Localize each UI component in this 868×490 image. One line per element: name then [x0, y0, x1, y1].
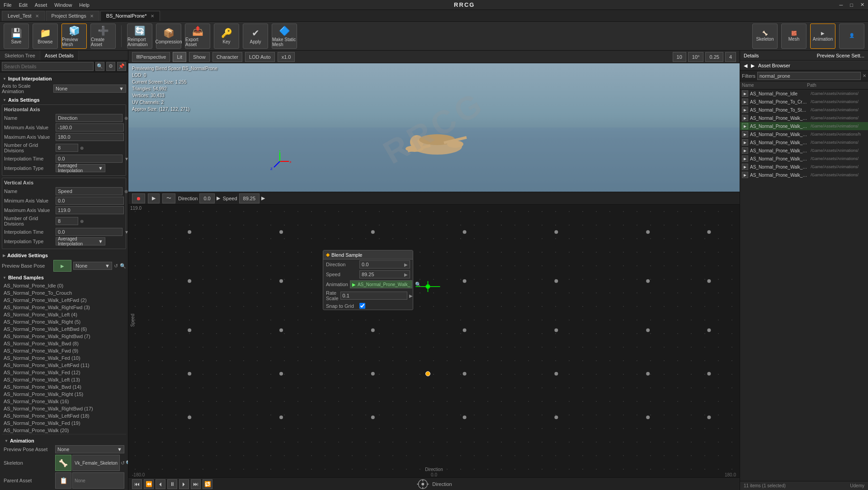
udemy-link[interactable]: Udemy: [850, 483, 864, 488]
tl-play-btn[interactable]: ▶: [148, 193, 160, 203]
skip-start-button[interactable]: ⏮: [132, 479, 142, 489]
make-static-mesh-button[interactable]: 🔷 Make Static Mesh: [272, 24, 297, 49]
nav-back-icon[interactable]: ◀: [744, 63, 747, 69]
tab-project-settings-close[interactable]: ✕: [90, 14, 94, 19]
blend-sample-6[interactable]: AS_Normal_Prone_Walk_LeftBwd (6): [2, 325, 126, 333]
search-button[interactable]: 🔍: [95, 62, 104, 71]
tl-record-btn[interactable]: ⏺: [132, 193, 145, 203]
blend-sample-10[interactable]: AS_Normal_Prone_Walk_Fed (10): [2, 354, 126, 362]
blend-sample-2[interactable]: AS_Normal_Prone_Walk_LeftFwd (2): [2, 297, 126, 304]
pause-button[interactable]: ⏸: [167, 479, 177, 489]
blend-sample-18[interactable]: AS_Normal_Prone_Walk_LeftFwd (18): [2, 412, 126, 419]
asset-item-8[interactable]: ▶ AS_Normal_Prone_Walk_Right /Game/Asset…: [740, 155, 868, 163]
search-input[interactable]: [2, 62, 94, 71]
skip-end-button[interactable]: ⏭: [191, 479, 201, 489]
preview-base-pose-dropdown[interactable]: None ▼: [73, 262, 112, 270]
asset-item-0[interactable]: ▶ AS_Normal_Prone_Idle /Game/Assets/Anim…: [740, 90, 868, 98]
blend-sample-17[interactable]: AS_Normal_Prone_Walk_RightBwd (17): [2, 405, 126, 412]
browse-button[interactable]: 📁 Browse: [33, 24, 58, 49]
tab-level-test[interactable]: Level_Test ✕: [2, 11, 45, 21]
v-max-input[interactable]: [56, 206, 124, 214]
h-name-input[interactable]: [56, 114, 123, 122]
h-interp-time-spin[interactable]: ▼: [124, 156, 128, 161]
compression-button[interactable]: 📦 Compression: [156, 24, 181, 49]
blend-sample-20[interactable]: AS_Normal_Prone_Walk (20): [2, 427, 126, 434]
filter-close-icon[interactable]: ✕: [863, 73, 866, 78]
asset-item-10[interactable]: ▶ AS_Normal_Prone_Walk_RightFwd /Game/As…: [740, 171, 868, 179]
preview-pose-dropdown[interactable]: None ▼: [55, 445, 124, 453]
pin-button[interactable]: 📌: [117, 62, 126, 71]
show-btn[interactable]: Show: [189, 52, 210, 62]
lod-btn[interactable]: LOD Auto: [245, 52, 275, 62]
asset-item-1[interactable]: ▶ AS_Normal_Prone_To_Crouch /Game/Assets…: [740, 98, 868, 106]
timeline-area[interactable]: 119.0 Speed Direction -180.0 0.0 180.0: [128, 205, 740, 477]
menu-edit[interactable]: Edit: [19, 2, 28, 8]
blend-sample-19[interactable]: AS_Normal_Prone_Walk_Fed (19): [2, 419, 126, 427]
axis-settings-header[interactable]: Axis Settings: [2, 95, 126, 104]
tab-bs-close[interactable]: ✕: [151, 14, 154, 19]
browse-skeleton-icon[interactable]: 🔍: [126, 460, 128, 466]
v-interp-time-input[interactable]: [56, 228, 123, 236]
perspective-btn[interactable]: ⊞ Perspective: [132, 52, 170, 62]
h-interp-time-input[interactable]: [56, 155, 123, 163]
v-min-input[interactable]: [56, 197, 124, 205]
input-interp-header[interactable]: Input Interpolation: [2, 74, 126, 83]
character-btn[interactable]: Character: [212, 52, 242, 62]
filter-input[interactable]: [757, 72, 861, 80]
blend-sample-15[interactable]: AS_Normal_Prone_Walk_Right (15): [2, 391, 126, 398]
asset-item-2[interactable]: ▶ AS_Normal_Prone_To_Stand /Game/Assets/…: [740, 106, 868, 114]
scale-btn[interactable]: x1.0: [278, 52, 295, 62]
tab-level-test-close[interactable]: ✕: [35, 14, 39, 19]
skeleton-tree-tab[interactable]: Skeleton Tree: [0, 51, 40, 60]
skeleton-dropdown[interactable]: Vk_Female_Skeleton: [72, 455, 120, 471]
asset-details-tab[interactable]: Asset Details: [40, 51, 79, 60]
blend-samples-header[interactable]: Blend Samples: [2, 273, 126, 282]
animation-section-header[interactable]: Animation: [4, 436, 124, 445]
asset-item-9[interactable]: ▶ AS_Normal_Prone_Walk_RightBwd /Game/As…: [740, 163, 868, 171]
h-min-input[interactable]: [56, 123, 124, 132]
skeleton-mode-button[interactable]: 🦴 Skeleton: [752, 24, 778, 49]
window-close[interactable]: ✕: [860, 2, 864, 8]
asset-item-4[interactable]: ▶ AS_Normal_Prone_Walk_Fwd /Game/Assets/…: [740, 122, 868, 130]
blend-sample-8[interactable]: AS_Normal_Prone_Walk_Bwd (8): [2, 340, 126, 347]
tl-speed-input[interactable]: 89.25: [239, 193, 260, 203]
browse-anim-icon[interactable]: 🔍: [415, 282, 421, 287]
tl-direction-input[interactable]: 0.0: [199, 193, 214, 203]
refresh-icon[interactable]: ↺: [114, 263, 118, 269]
popup-snap-checkbox[interactable]: [359, 303, 365, 309]
mesh-mode-button[interactable]: 🧱 Mesh: [781, 24, 807, 49]
v-interp-time-spin[interactable]: ▼: [124, 230, 128, 235]
options-button[interactable]: ⚙: [106, 62, 115, 71]
save-button[interactable]: 💾 Save: [4, 24, 29, 49]
export-asset-button[interactable]: 📤 Export Asset: [185, 24, 210, 49]
vp-snap-btn[interactable]: 10°: [688, 52, 704, 62]
blend-sample-5[interactable]: AS_Normal_Prone_Walk_Right (5): [2, 318, 126, 325]
key-button[interactable]: 🔑 Key: [214, 24, 239, 49]
asset-item-5[interactable]: ▶ AS_Normal_Prone_Walk_Left /Game/Assets…: [740, 130, 868, 138]
blend-sample-7[interactable]: AS_Normal_Prone_Walk_RightBwd (7): [2, 333, 126, 340]
tab-bs-normalprone[interactable]: BS_NormalProne* ✕: [100, 11, 160, 21]
asset-item-3[interactable]: ▶ AS_Normal_Prone_Walk_Bwd /Game/Assets/…: [740, 114, 868, 122]
blend-sample-13[interactable]: AS_Normal_Prone_Walk_Left (13): [2, 376, 126, 383]
animation-mode-button[interactable]: ▶ Animation: [810, 24, 835, 49]
preview-base-pose-btn[interactable]: ▶: [53, 260, 71, 272]
apply-button[interactable]: ✔ Apply: [243, 24, 268, 49]
popup-animation-field[interactable]: ▶ AS_Normal_Prone_Walk_: [350, 280, 412, 288]
additive-settings-header[interactable]: Additive Settings: [2, 251, 126, 260]
window-minimize[interactable]: ─: [840, 2, 843, 8]
blend-sample-16[interactable]: AS_Normal_Prone_Walk (16): [2, 398, 126, 405]
blend-sample-0[interactable]: AS_Normal_Prone_Idle (0): [2, 282, 126, 289]
loop-button[interactable]: 🔁: [203, 479, 212, 489]
v-grid-input[interactable]: [56, 217, 78, 225]
preview-mesh-button[interactable]: 🧊 Preview Mesh: [61, 24, 87, 49]
popup-direction-input[interactable]: 0.0 ▶: [359, 260, 410, 269]
reimport-button[interactable]: 🔄 Reimport Animation: [127, 24, 152, 49]
prev-button[interactable]: ⏴: [156, 479, 165, 489]
blend-sample-1[interactable]: AS_Normal_Prone_To_Crouch: [2, 289, 126, 297]
asset-item-7[interactable]: ▶ AS_Normal_Prone_Walk_LeftFwd /Game/Ass…: [740, 146, 868, 155]
nav-forward-icon[interactable]: ▶: [751, 63, 755, 69]
vp-extra-btn[interactable]: 4: [725, 52, 736, 62]
character-mode-button[interactable]: 👤: [839, 24, 864, 49]
lit-btn[interactable]: Lit: [173, 52, 186, 62]
h-max-input[interactable]: [56, 133, 124, 141]
